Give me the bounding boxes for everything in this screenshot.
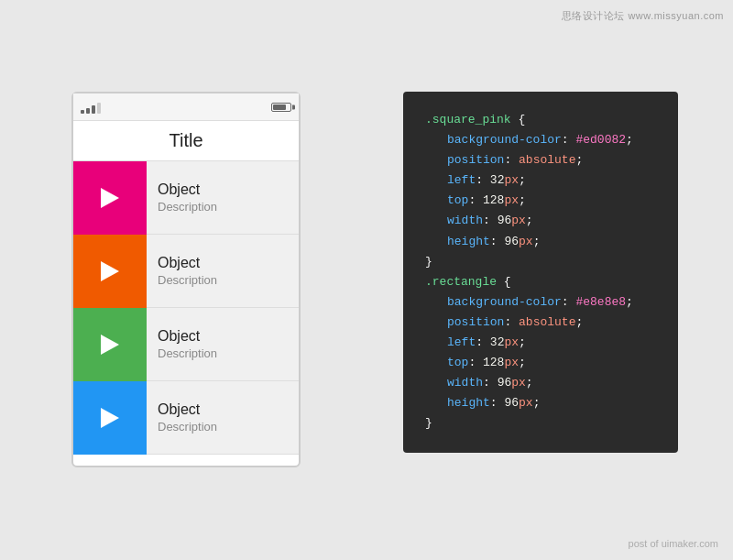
code-prop-line: width: 96px;	[425, 211, 656, 231]
css-selector: .rectangle	[425, 275, 497, 289]
code-prop-line: height: 96px;	[425, 393, 656, 413]
list-item-icon	[73, 308, 147, 381]
play-icon	[101, 188, 119, 208]
list-item-desc: Description	[158, 273, 299, 287]
code-px: px	[519, 396, 533, 410]
css-colon: :	[504, 315, 519, 329]
css-semi: ;	[575, 315, 583, 329]
list-item-desc: Description	[158, 420, 299, 434]
code-prop-line: height: 96px;	[425, 232, 656, 252]
css-property: position	[447, 315, 504, 329]
code-px: px	[504, 335, 519, 349]
css-semi: ;	[533, 396, 541, 410]
css-colon: :	[504, 153, 519, 167]
css-brace-close: }	[425, 416, 432, 430]
css-property: height	[447, 235, 490, 248]
css-semi: ;	[519, 356, 526, 369]
play-icon	[101, 261, 119, 281]
code-prop-line: width: 96px;	[425, 373, 656, 393]
phone-mockup: Title Object Description Object Descript…	[71, 92, 301, 467]
phone-status-bar	[73, 93, 299, 121]
list-item-desc: Description	[158, 346, 299, 360]
signal-bar-2	[86, 108, 90, 114]
signal-bars	[81, 101, 101, 114]
css-colon: :	[483, 376, 498, 390]
code-prop-line: top: 128px;	[425, 191, 656, 211]
css-colon: :	[476, 335, 490, 349]
battery-fill	[273, 104, 286, 110]
list-item-title: Object	[158, 181, 299, 198]
signal-bar-3	[92, 105, 95, 114]
css-colon: :	[483, 214, 498, 227]
credit-text: post of uimaker.com	[629, 538, 718, 549]
signal-bar-4	[97, 103, 101, 114]
code-value-hex: #e8e8e8	[575, 295, 626, 309]
list-item-icon	[73, 161, 147, 235]
list-item-desc: Description	[158, 200, 299, 214]
css-semi: ;	[626, 133, 633, 147]
code-close-line: }	[425, 252, 656, 272]
css-semi: ;	[575, 153, 583, 167]
code-px: px	[519, 235, 533, 248]
css-brace-close: }	[425, 255, 432, 269]
code-px: px	[504, 173, 519, 187]
code-value-num: 96	[498, 214, 512, 227]
code-value-num: 128	[483, 193, 504, 207]
code-px: px	[511, 214, 526, 227]
css-colon: :	[468, 356, 483, 369]
list-item-text: Object Description	[147, 401, 299, 434]
code-prop-line: top: 128px;	[425, 353, 656, 373]
code-value-num: 128	[483, 356, 504, 369]
signal-bar-1	[81, 110, 84, 114]
phone-title: Title	[169, 130, 202, 151]
code-prop-line: left: 32px;	[425, 333, 656, 353]
code-selector-line: .rectangle {	[425, 272, 656, 292]
css-property: background-color	[447, 295, 562, 309]
list-item[interactable]: Object Description	[73, 308, 299, 381]
code-value-num: 32	[490, 173, 505, 187]
code-value-num: 96	[504, 235, 519, 248]
css-selector: .square_pink	[425, 113, 511, 126]
list-item[interactable]: Object Description	[73, 161, 299, 235]
code-value-num: 32	[490, 335, 505, 349]
code-close-line: }	[425, 413, 656, 434]
list-item-icon	[73, 235, 147, 308]
list-item-text: Object Description	[147, 181, 299, 214]
list-item-title: Object	[158, 255, 299, 271]
css-property: left	[447, 173, 476, 187]
css-brace-open: {	[518, 113, 525, 126]
list-item-text: Object Description	[147, 255, 299, 287]
css-property: left	[447, 335, 476, 349]
play-icon	[101, 408, 119, 428]
css-property: position	[447, 153, 504, 167]
css-colon: :	[562, 133, 576, 147]
css-property: height	[447, 396, 490, 410]
code-value-num: 96	[504, 396, 519, 410]
css-semi: ;	[533, 235, 541, 248]
css-colon: :	[476, 173, 490, 187]
css-semi: ;	[519, 193, 526, 207]
css-semi: ;	[526, 376, 533, 390]
css-property: background-color	[447, 133, 562, 147]
css-colon: :	[562, 295, 576, 309]
css-semi: ;	[519, 173, 526, 187]
css-colon: :	[468, 193, 483, 207]
code-px: px	[504, 193, 519, 207]
watermark: 思络设计论坛 www.missyuan.com	[562, 9, 724, 23]
code-px: px	[511, 376, 526, 390]
code-panel: .square_pink {background-color: #ed0082;…	[403, 92, 678, 453]
list-item[interactable]: Object Description	[73, 381, 299, 455]
battery-icon	[271, 103, 291, 112]
code-prop-line: position: absolute;	[425, 313, 656, 333]
list-item-title: Object	[158, 401, 299, 418]
list-item-text: Object Description	[147, 328, 299, 360]
list-item[interactable]: Object Description	[73, 235, 299, 308]
css-semi: ;	[526, 214, 533, 227]
css-semi: ;	[519, 335, 526, 349]
code-value-keyword: absolute	[519, 153, 575, 167]
code-prop-line: background-color: #e8e8e8;	[425, 292, 656, 313]
list-item-icon	[73, 381, 147, 455]
code-px: px	[504, 356, 519, 369]
play-icon	[101, 335, 119, 355]
code-prop-line: position: absolute;	[425, 150, 656, 170]
